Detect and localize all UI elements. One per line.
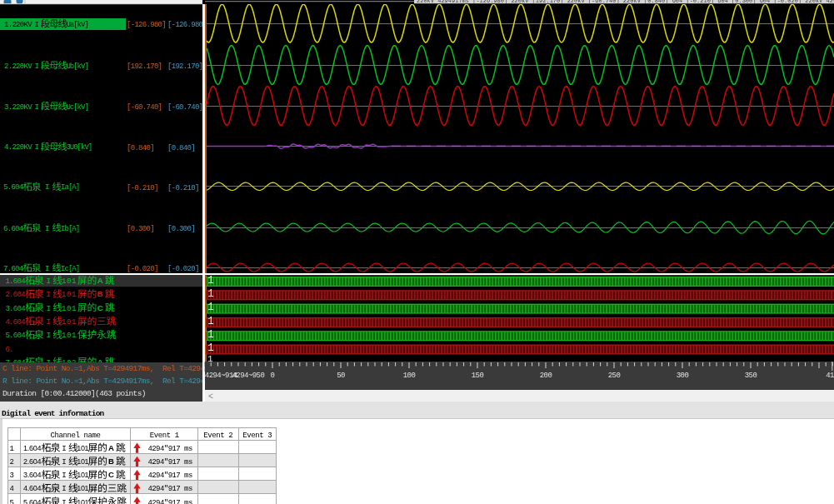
svg-text:4294"917 ms: 4294"917 ms (147, 445, 192, 453)
svg-text:101: 101 (77, 484, 88, 492)
svg-text:4294"917 ms: 4294"917 ms (147, 472, 192, 480)
svg-text:101: 101 (77, 457, 88, 466)
svg-text:2.604: 2.604 (5, 291, 25, 299)
svg-text:I: I (47, 291, 51, 299)
svg-text:101: 101 (77, 444, 88, 452)
svg-text:250: 250 (608, 372, 621, 380)
svg-text:I: I (35, 143, 39, 152)
svg-text:Ic[A]: Ic[A] (61, 265, 79, 273)
svg-text:<: < (208, 392, 213, 402)
svg-text:4294"917 ms: 4294"917 ms (147, 485, 192, 493)
svg-text:I: I (47, 332, 51, 340)
svg-text:1.220KV: 1.220KV (4, 21, 32, 29)
svg-text:5: 5 (9, 499, 13, 504)
svg-text:1.604: 1.604 (5, 277, 25, 286)
svg-text:Channel name: Channel name (50, 432, 100, 440)
svg-text:7.604: 7.604 (3, 265, 23, 273)
svg-text:I: I (47, 305, 51, 313)
svg-text:Event 2: Event 2 (203, 432, 232, 440)
svg-text:Duration [0:00.412000](463 poi: Duration [0:00.412000](463 points) (2, 389, 146, 398)
svg-text:1: 1 (207, 302, 214, 313)
svg-text:0: 0 (271, 372, 275, 380)
svg-text:I: I (35, 62, 39, 71)
svg-text:I: I (62, 445, 66, 453)
svg-text:350: 350 (745, 372, 757, 380)
svg-text:R line: Point No.=1,Abs T=4294: R line: Point No.=1,Abs T=4294917ms, Rel… (2, 377, 209, 386)
svg-text:B: B (97, 289, 103, 298)
svg-text:[192.170]: [192.170] (167, 62, 202, 71)
svg-text:4: 4 (9, 485, 13, 493)
svg-text:3.220KV: 3.220KV (4, 103, 32, 112)
svg-text:1: 1 (207, 342, 214, 354)
svg-text:[-0.020]: [-0.020] (167, 265, 199, 273)
svg-text:I: I (47, 318, 51, 327)
svg-text:6.604: 6.604 (3, 225, 23, 233)
svg-text:3: 3 (9, 472, 13, 480)
svg-text:Digital event information: Digital event information (2, 409, 105, 418)
svg-text:1.604: 1.604 (23, 444, 41, 452)
svg-text:5.604: 5.604 (3, 183, 23, 192)
svg-text:A: A (108, 443, 114, 452)
svg-text:101: 101 (62, 318, 77, 327)
svg-text:A: A (97, 276, 103, 285)
svg-text:4.220KV: 4.220KV (4, 143, 32, 152)
svg-text:[0.840]: [0.840] (127, 144, 154, 152)
svg-text:Event 1: Event 1 (150, 432, 179, 440)
svg-text:101: 101 (77, 471, 88, 479)
svg-text:[-126.980]: [-126.980] (127, 21, 166, 29)
svg-text:I: I (45, 225, 49, 233)
svg-text:I: I (62, 485, 66, 493)
svg-text:[-0.210]: [-0.210] (127, 184, 158, 192)
svg-text:4.604: 4.604 (5, 318, 25, 327)
svg-text:[-60.740]: [-60.740] (167, 103, 202, 112)
svg-text:Ia[A]: Ia[A] (61, 183, 79, 192)
svg-text:1: 1 (207, 316, 214, 327)
svg-text:410: 410 (826, 372, 834, 380)
svg-text:[0.840]: [0.840] (167, 144, 195, 152)
svg-text:I: I (47, 277, 51, 286)
svg-text:101: 101 (62, 305, 77, 313)
svg-text:[192.170]: [192.170] (127, 62, 162, 71)
svg-text:5.604: 5.604 (5, 332, 25, 340)
svg-text:4.604: 4.604 (23, 484, 41, 492)
svg-text:6.: 6. (5, 346, 12, 354)
svg-text:[-126.980]: [-126.980] (167, 21, 207, 29)
svg-text:100: 100 (403, 372, 416, 380)
svg-text:101: 101 (77, 498, 88, 504)
svg-text:2.220KV: 2.220KV (4, 62, 32, 71)
svg-text:[-60.740]: [-60.740] (127, 103, 162, 112)
svg-text:3U0[kV]: 3U0[kV] (66, 143, 92, 152)
svg-text:I: I (45, 183, 49, 192)
svg-text:I: I (62, 499, 66, 504)
svg-text:[-0.210]: [-0.210] (167, 184, 199, 192)
svg-text:Ub[kV]: Ub[kV] (66, 62, 87, 71)
svg-text:I: I (45, 265, 49, 273)
svg-text:Ua[kV]: Ua[kV] (66, 21, 87, 29)
svg-text:1: 1 (207, 275, 214, 287)
svg-text:I: I (35, 21, 39, 29)
svg-text:101: 101 (62, 291, 77, 299)
svg-text:Uc[kV]: Uc[kV] (66, 103, 87, 112)
svg-text:4294~950: 4294~950 (232, 372, 265, 380)
svg-text:101: 101 (62, 332, 77, 340)
svg-text:3.604: 3.604 (23, 471, 41, 479)
svg-text:2: 2 (9, 458, 13, 467)
svg-text:I: I (62, 472, 66, 480)
svg-text:Ib[A]: Ib[A] (61, 225, 79, 233)
svg-text:I: I (35, 103, 39, 112)
svg-text:3.604: 3.604 (5, 305, 25, 313)
svg-text:50: 50 (337, 372, 345, 380)
svg-text:B: B (108, 457, 114, 466)
svg-text:I: I (62, 458, 66, 467)
svg-text:150: 150 (472, 372, 484, 380)
svg-text:1: 1 (207, 288, 214, 300)
svg-text:1: 1 (9, 445, 13, 453)
svg-text:2.604: 2.604 (23, 457, 41, 466)
svg-text:C: C (97, 303, 103, 312)
svg-text:1: 1 (207, 329, 214, 341)
svg-text:4294"917 ms: 4294"917 ms (147, 499, 192, 504)
svg-text:5.604: 5.604 (23, 498, 41, 504)
svg-text:4294"917 ms: 4294"917 ms (147, 458, 192, 467)
svg-text:[0.300]: [0.300] (167, 225, 195, 233)
svg-text:[-0.020]: [-0.020] (127, 265, 158, 273)
